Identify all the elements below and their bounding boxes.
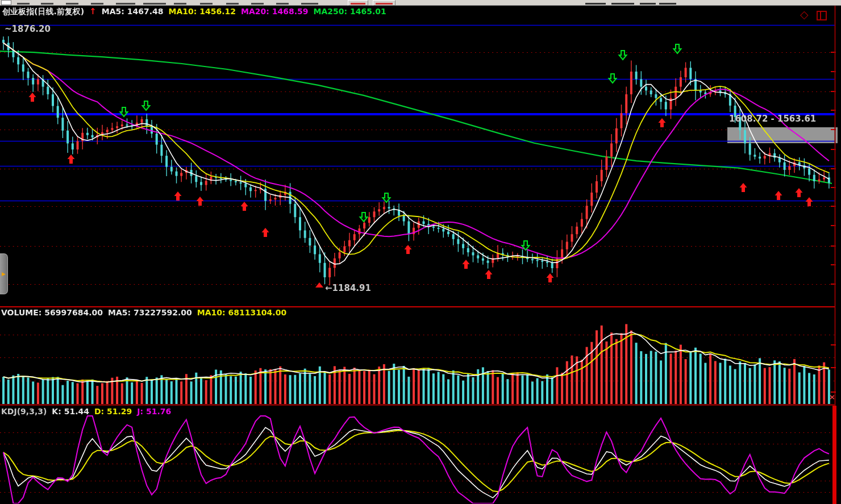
- menu-bar: [0, 0, 841, 6]
- ma10-readout: MA10: 1456.12: [168, 7, 236, 16]
- annotation-range: 1608.72 - 1563.61: [729, 114, 816, 124]
- volume-header: VOLUME: 56997684.00 MA5: 73227592.00 MA1…: [1, 308, 286, 317]
- ma250-readout: MA250: 1465.01: [313, 7, 386, 16]
- toolbar-button-red-2[interactable]: [373, 0, 395, 6]
- kdj-header: KDJ(9,3,3) K: 51.44 D: 51.29 J: 51.76: [1, 407, 171, 416]
- menu-item-fragment[interactable]: [91, 3, 103, 5]
- main-chart-header: 创业板指(日线.前复权) ↑ MA5: 1467.48 MA10: 1456.1…: [2, 6, 386, 17]
- menu-item-fragment[interactable]: [251, 3, 264, 5]
- sidebar-expand-handle[interactable]: ▶: [0, 253, 8, 294]
- ma5-readout: MA5: 1467.48: [102, 7, 164, 16]
- kdj-j-readout: J: 51.76: [137, 407, 171, 416]
- annotation-low: ←1184.91: [325, 283, 371, 293]
- menu-status-fragment: [640, 3, 656, 5]
- menu-status-fragment: [659, 3, 676, 5]
- volume-readout: VOLUME: 56997684.00: [1, 308, 103, 317]
- panel-close-icon[interactable]: ×: [829, 393, 835, 401]
- annotation-high: ~1876.20: [5, 24, 51, 34]
- kdj-d-readout: D: 51.29: [94, 407, 132, 416]
- ma20-readout: MA20: 1468.59: [241, 7, 309, 16]
- menu-item-fragment[interactable]: [174, 3, 186, 5]
- chart-canvas[interactable]: [0, 0, 841, 504]
- menu-app-icon[interactable]: [1, 0, 11, 5]
- split-window-icon[interactable]: [817, 11, 827, 20]
- menu-item-fragment[interactable]: [301, 3, 318, 5]
- menu-item-fragment[interactable]: [17, 3, 30, 5]
- menu-item-fragment[interactable]: [276, 3, 289, 5]
- kdj-k-readout: K: 51.44: [52, 407, 89, 416]
- kdj-title: KDJ(9,3,3): [1, 407, 47, 416]
- menu-item-fragment[interactable]: [143, 3, 166, 5]
- toolbar-button-red-1[interactable]: [348, 0, 368, 6]
- menu-item-fragment[interactable]: [116, 3, 135, 5]
- menu-item-fragment[interactable]: [66, 3, 78, 5]
- menu-item-fragment[interactable]: [226, 3, 239, 5]
- symbol-title: 创业板指(日线.前复权): [2, 7, 84, 17]
- diamond-icon[interactable]: ◇: [800, 9, 809, 20]
- volume-ma10-readout: MA10: 68113104.00: [197, 308, 286, 317]
- trading-app-window: 创业板指(日线.前复权) ↑ MA5: 1467.48 MA10: 1456.1…: [0, 0, 841, 504]
- trend-up-arrow-icon: ↑: [89, 6, 97, 16]
- volume-ma5-readout: MA5: 73227592.00: [108, 308, 192, 317]
- menu-item-fragment[interactable]: [41, 3, 53, 5]
- expand-arrow-icon: ▶: [2, 271, 6, 277]
- menu-item-fragment[interactable]: [200, 3, 213, 5]
- menu-status-fragment: [585, 3, 606, 5]
- menu-status-fragment: [611, 3, 634, 5]
